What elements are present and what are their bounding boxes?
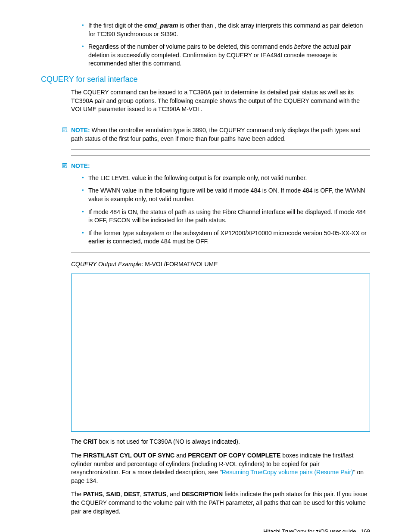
crit-paragraph: The CRIT box is not used for TC390A (NO … <box>71 438 370 446</box>
output-caption: CQUERY Output Example: M-VOL/FORMAT/VOLU… <box>71 260 370 269</box>
output-example-box <box>71 274 370 432</box>
crit-label: CRIT <box>83 438 97 445</box>
list-item: If the former type subsystem or the subs… <box>82 229 370 246</box>
text: If the first digit of the <box>88 22 144 29</box>
caption-italic: CQUERY Output Example <box>71 261 141 268</box>
bold-label: DESCRIPTION <box>181 491 223 498</box>
bold-label: DEST <box>124 491 140 498</box>
before-word: before <box>294 43 311 50</box>
top-bullet-list: If the first digit of the cmd_param is o… <box>71 22 370 68</box>
caption-rest: : M-VOL/FORMAT/VOLUME <box>141 261 218 268</box>
divider <box>71 252 370 252</box>
note-label: NOTE: <box>71 127 90 134</box>
text: Regardless of the number of volume pairs… <box>88 43 294 50</box>
text: , <box>140 491 143 498</box>
bold-label: FIRST/LAST CYL OUT OF SYNC <box>83 452 174 459</box>
divider <box>71 156 370 156</box>
bold-label: SAID <box>106 491 120 498</box>
note-block-1: NOTE: When the controller emulation type… <box>71 126 370 143</box>
text: box is not used for TC390A (NO is always… <box>97 438 240 445</box>
cmd-param: cmd_param <box>144 22 178 29</box>
text: and <box>174 452 188 459</box>
intro-paragraph: The CQUERY command can be issued to a TC… <box>71 88 370 114</box>
bold-label: STATUS <box>143 491 167 498</box>
text: , and <box>166 491 181 498</box>
note-icon <box>62 162 68 171</box>
bold-label: PATHS <box>83 491 103 498</box>
note-block-2: NOTE: The LIC LEVEL value in the followi… <box>71 162 370 246</box>
list-item: The LIC LEVEL value in the following out… <box>82 174 370 183</box>
bold-label: PERCENT OF COPY COMPLETE <box>188 452 280 459</box>
section-heading: CQUERY for serial interface <box>41 74 370 85</box>
note-label: NOTE: <box>71 162 90 169</box>
text: , <box>103 491 106 498</box>
note-bullet-list: The LIC LEVEL value in the following out… <box>71 174 370 246</box>
paths-paragraph: The PATHS, SAID, DEST, STATUS, and DESCR… <box>71 490 370 516</box>
page-number: 169 <box>361 528 370 532</box>
footer-title: Hitachi TrueCopy for z/OS user guide <box>263 528 356 532</box>
list-item: The WWNN value in the following figure w… <box>82 187 370 203</box>
resume-pair-link[interactable]: Resuming TrueCopy volume pairs (Resume P… <box>222 469 353 476</box>
text: The <box>71 452 83 459</box>
divider <box>71 120 370 120</box>
page-footer: Hitachi TrueCopy for z/OS user guide 169 <box>41 528 370 532</box>
note-text: When the controller emulation type is 39… <box>71 127 361 142</box>
divider <box>71 149 370 149</box>
list-item: Regardless of the number of volume pairs… <box>82 43 370 68</box>
note-icon <box>62 127 68 135</box>
list-item: If the first digit of the cmd_param is o… <box>82 22 370 38</box>
text: The <box>71 491 83 498</box>
text: The <box>71 438 83 445</box>
list-item: If mode 484 is ON, the status of path as… <box>82 208 370 225</box>
firstlast-paragraph: The FIRST/LAST CYL OUT OF SYNC and PERCE… <box>71 451 370 485</box>
